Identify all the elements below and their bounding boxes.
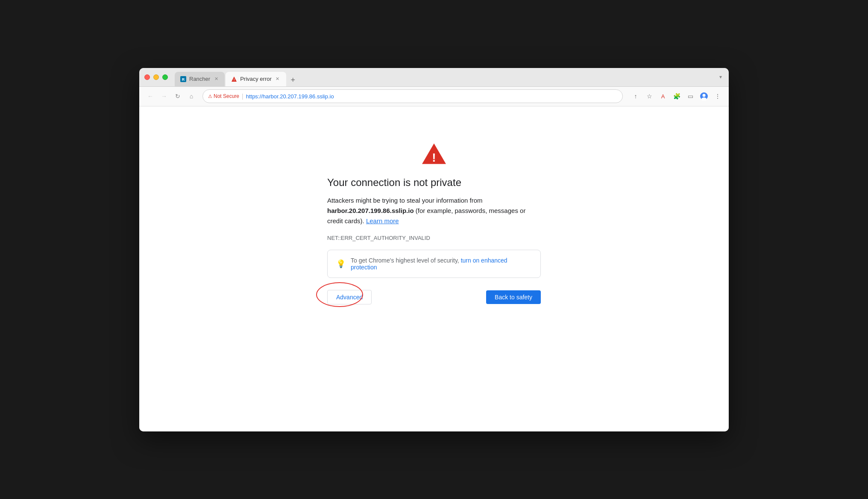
svg-text:R: R [182, 77, 185, 82]
tabs-container: R Rancher ✕ ! Privacy error ✕ + [175, 68, 719, 86]
security-tip-box: 💡 To get Chrome's highest level of secur… [327, 250, 541, 278]
address-bar: ← → ↻ ⌂ Not Secure | https://harbor.20.2… [139, 87, 729, 106]
forward-button[interactable]: → [158, 90, 170, 102]
sidebar-icon[interactable]: ▭ [684, 90, 696, 102]
rancher-tab-label: Rancher [189, 76, 210, 82]
error-domain: harbor.20.207.199.86.sslip.io [327, 207, 414, 214]
bookmark-icon[interactable]: ☆ [643, 90, 655, 102]
menu-icon[interactable]: ⋮ [712, 90, 724, 102]
security-tip-text: To get Chrome's highest level of securit… [351, 257, 532, 271]
back-button[interactable]: ← [144, 90, 156, 102]
error-description: Attackers might be trying to steal your … [327, 195, 541, 226]
error-container: ! Your connection is not private Attacke… [327, 141, 541, 304]
minimize-traffic-light[interactable] [153, 74, 159, 80]
reload-button[interactable]: ↻ [172, 90, 184, 102]
description-before-domain: Attackers might be trying to steal your … [327, 197, 482, 204]
address-divider: | [242, 93, 243, 100]
extension-icon[interactable]: 🧩 [671, 90, 683, 102]
address-url: https://harbor.20.207.199.86.sslip.io [246, 93, 334, 100]
rancher-tab-icon: R [180, 76, 187, 83]
not-secure-badge: Not Secure [208, 93, 239, 99]
tab-privacy-error[interactable]: ! Privacy error ✕ [226, 72, 286, 86]
action-buttons: Advanced Back to safety [327, 290, 541, 304]
title-bar: R Rancher ✕ ! Privacy error ✕ + ▾ [139, 68, 729, 87]
svg-text:!: ! [234, 78, 235, 82]
page-content: ! Your connection is not private Attacke… [139, 106, 729, 431]
privacy-error-tab-close[interactable]: ✕ [274, 76, 281, 83]
lightbulb-icon: 💡 [336, 259, 346, 269]
error-title: Your connection is not private [327, 177, 461, 189]
back-to-safety-button[interactable]: Back to safety [486, 290, 541, 304]
rancher-tab-close[interactable]: ✕ [213, 76, 220, 83]
warning-triangle-icon: ! [421, 141, 447, 166]
acrobat-icon[interactable]: A [657, 90, 669, 102]
privacy-error-tab-icon: ! [231, 76, 238, 83]
learn-more-link[interactable]: Learn more [366, 217, 399, 224]
advanced-button[interactable]: Advanced [327, 290, 372, 304]
home-button[interactable]: ⌂ [185, 90, 197, 102]
privacy-error-tab-label: Privacy error [240, 76, 272, 82]
nav-buttons: ← → ↻ ⌂ [144, 90, 197, 102]
error-code: NET::ERR_CERT_AUTHORITY_INVALID [327, 235, 430, 241]
address-bar-icons: ↑ ☆ A 🧩 ▭ ⋮ [630, 90, 724, 102]
traffic-lights [144, 74, 168, 80]
share-icon[interactable]: ↑ [630, 90, 642, 102]
security-tip-prefix: To get Chrome's highest level of securit… [351, 257, 461, 264]
tab-rancher[interactable]: R Rancher ✕ [175, 72, 225, 86]
new-tab-button[interactable]: + [287, 74, 299, 86]
browser-window: R Rancher ✕ ! Privacy error ✕ + ▾ [139, 68, 729, 431]
address-input[interactable]: Not Secure | https://harbor.20.207.199.8… [202, 89, 623, 103]
advanced-btn-wrapper: Advanced [327, 290, 372, 304]
svg-text:!: ! [432, 151, 436, 164]
maximize-traffic-light[interactable] [162, 74, 168, 80]
warning-icon-container: ! [327, 141, 541, 166]
profile-icon[interactable] [698, 90, 710, 102]
close-traffic-light[interactable] [144, 74, 150, 80]
svg-point-5 [703, 94, 706, 97]
chevron-down-icon[interactable]: ▾ [719, 74, 724, 80]
